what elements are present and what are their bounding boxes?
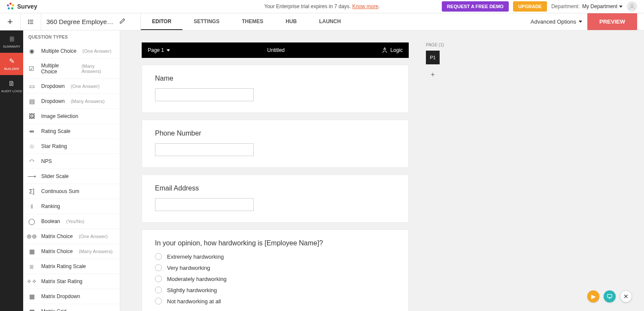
logic-button[interactable]: Logic [382,47,403,53]
page-bar: Page 1 Untitled Logic [142,42,409,58]
rail-audit-logs[interactable]: 🗎AUDIT LOGS [0,75,23,97]
qtype-continuous-sum[interactable]: Σ]Continuous Sum [23,184,120,199]
play-icon: ▶ [591,293,596,300]
qtype-dropdown[interactable]: ▤Dropdown(Many Answers) [23,94,120,109]
topbar: Survey Your Enterprise trial expires in … [0,0,644,13]
qtype-icon: ⊚⊚ [28,233,35,240]
tab-settings[interactable]: SETTINGS [182,13,231,30]
rail-icon: ≣ [9,35,15,43]
radio-option[interactable]: Extremely hardworking [155,253,395,260]
qtype-matrix-rating-scale[interactable]: ⫼Matrix Rating Scale [23,259,120,274]
svg-point-0 [631,4,633,6]
pages-panel: PAGE (1) P1 + [426,42,477,82]
qtype-icon: ⫴ [28,203,35,210]
department-dropdown[interactable]: My Department [582,3,623,9]
radio-icon [155,264,162,271]
fab-play[interactable]: ▶ [587,290,599,302]
svg-point-4 [28,20,29,20]
question-types-panel: QUESTION TYPES ◉Multiple Choice(One Answ… [23,30,120,311]
qtype-boolean[interactable]: ◯Boolean(Yes/No) [23,214,120,229]
qtype-matrix-star-rating[interactable]: ✧✧Matrix Star Rating [23,274,120,289]
logic-icon [382,47,388,53]
rail-builder[interactable]: ✎BUILDER [0,53,23,75]
fab-present[interactable] [604,290,616,302]
survey-title: 360 Degree Employee E... [46,18,115,25]
text-input[interactable] [155,198,254,211]
request-demo-button[interactable]: REQUEST A FREE DEMO [442,1,509,12]
radio-option[interactable]: Very hardworking [155,264,395,271]
tab-hub[interactable]: HUB [274,13,308,30]
question-card[interactable]: Email Address [142,175,409,223]
qtype-multiple-choice[interactable]: ◉Multiple Choice(One Answer) [23,44,120,59]
plus-icon: + [7,16,13,27]
radio-icon [155,253,162,260]
user-avatar[interactable] [627,1,637,12]
brand-logo: Survey [7,3,37,10]
department-selector: Department: My Department [551,3,623,9]
chevron-down-icon [167,49,170,51]
radio-option[interactable]: Not hardworking at all [155,298,395,305]
qtype-matrix-choice[interactable]: ⊚⊚Matrix Choice(One Answer) [23,229,120,244]
svg-point-5 [28,21,29,22]
rail-icon: 🗎 [8,80,15,88]
qtype-matrix-grid[interactable]: ▦Matrix Grid [23,304,120,311]
tab-themes[interactable]: THEMES [231,13,274,30]
chevron-down-icon [619,6,623,8]
rail-summary[interactable]: ≣SUMMARY [0,30,23,53]
qtype-dropdown[interactable]: ▭Dropdown(One Answer) [23,79,120,94]
qtype-multiple-choice[interactable]: ☑Multiple Choice(Many Answers) [23,59,120,79]
add-page-button[interactable]: + [426,68,440,82]
radio-option[interactable]: Moderately hardworking [155,275,395,282]
qtype-matrix-dropdown[interactable]: ▦Matrix Dropdown [23,289,120,304]
qtype-icon: ▦ [28,293,35,300]
question-types-header: QUESTION TYPES [23,30,120,44]
edit-title-button[interactable] [119,18,125,25]
qtype-star-rating[interactable]: ☆Star Rating [23,139,120,154]
trial-banner: Your Enterprise trial expires in 7 days.… [264,3,380,9]
list-view-button[interactable] [21,13,41,30]
tab-editor[interactable]: EDITOR [141,13,182,30]
radio-icon [155,275,162,282]
rail-icon: ✎ [9,57,15,65]
question-label: Email Address [155,184,395,192]
plus-icon: + [431,71,434,79]
qtype-icon: ⟶ [28,173,35,180]
know-more-link[interactable]: Know more [352,3,378,9]
qtype-image-selection[interactable]: 🖼Image Selection [23,109,120,124]
radio-icon [155,287,162,293]
question-label: Phone Number [155,130,395,137]
add-button[interactable]: + [0,13,21,30]
question-label: Name [155,75,395,82]
text-input[interactable] [155,143,254,156]
qtype-rating-scale[interactable]: ⇹Rating Scale [23,124,120,139]
qtype-icon: Σ] [28,188,35,195]
radio-option[interactable]: Slightly hardworking [155,287,395,293]
qtype-icon: ◉ [28,48,35,54]
upgrade-button[interactable]: UPGRADE [513,1,547,12]
qtype-matrix-choice[interactable]: ▦Matrix Choice(Many Answers) [23,244,120,259]
qtype-icon: ⫼ [28,263,35,270]
preview-button[interactable]: PREVIEW [587,13,637,30]
text-input[interactable] [155,88,254,101]
pages-header: PAGE (1) [426,42,477,47]
survey-page-title[interactable]: Untitled [170,47,382,53]
logo-icon [7,3,15,10]
svg-rect-7 [608,294,612,297]
tab-launch[interactable]: LAUNCH [308,13,352,30]
close-icon: ✕ [623,293,629,300]
qtype-icon: ☑ [28,65,35,72]
qtype-nps[interactable]: ◠NPS [23,154,120,169]
question-card[interactable]: Name [142,65,409,113]
chevron-down-icon [579,21,582,23]
toolbar: + 360 Degree Employee E... EDITORSETTING… [0,13,644,30]
fab-close[interactable]: ✕ [620,290,632,302]
qtype-ranking[interactable]: ⫴Ranking [23,199,120,214]
advanced-options-dropdown[interactable]: Advanced Options [531,18,582,25]
page-thumb[interactable]: P1 [426,51,440,64]
qtype-icon: ◯ [28,218,35,225]
question-card[interactable]: In your opinion, how hardworking is [Emp… [142,229,409,311]
question-card[interactable]: Phone Number [142,120,409,168]
page-selector[interactable]: Page 1 [148,47,170,53]
floating-actions: ▶ ✕ [587,290,632,302]
qtype-slider-scale[interactable]: ⟶Slider Scale [23,169,120,184]
